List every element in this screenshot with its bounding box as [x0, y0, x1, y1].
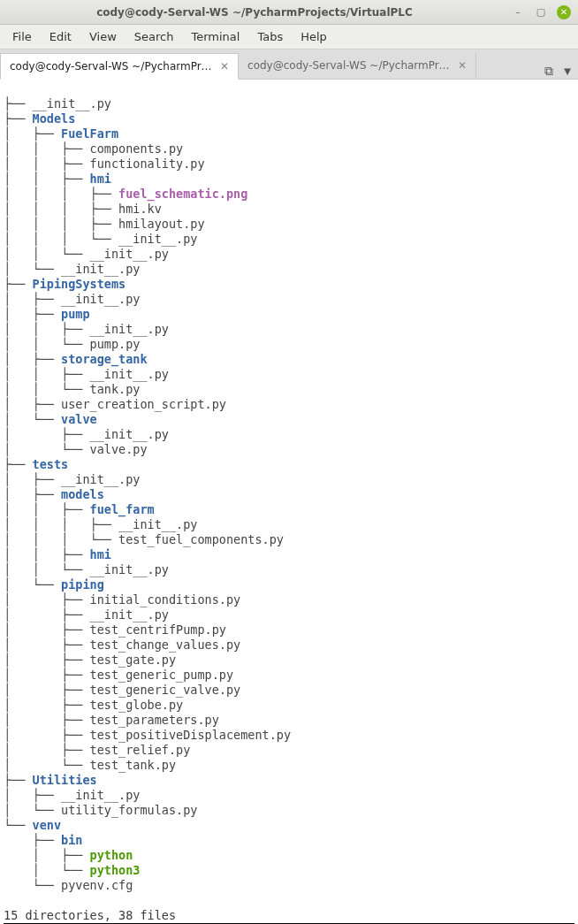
file-fuel-schematic-png: fuel_schematic.png: [118, 187, 247, 201]
tree-line: │ ├── test_parameters.py: [4, 713, 219, 727]
tab-close-icon[interactable]: ✕: [220, 60, 229, 73]
tab-label: cody@cody-Serval-WS ~/PycharmProjects/..…: [247, 59, 451, 72]
menu-edit[interactable]: Edit: [41, 30, 80, 43]
tree-line: ├──: [4, 277, 33, 291]
tab-label: cody@cody-Serval-WS ~/PycharmProjects/..…: [10, 60, 213, 73]
tree-line: │ └──: [4, 577, 61, 592]
tree-line: │ └──: [4, 412, 61, 426]
dir-bin: bin: [61, 833, 82, 847]
tree-line: ├──: [4, 833, 61, 847]
tree-line: │ │ │ ├── hmilayout.py: [4, 217, 205, 231]
tree-line: │ │ │ ├──: [4, 187, 118, 201]
tree-line: │ │ ├── functionality.py: [4, 157, 205, 171]
tree-line: │ ├── user_creation_script.py: [4, 397, 226, 411]
tab-close-icon[interactable]: ✕: [458, 59, 467, 72]
menu-terminal[interactable]: Terminal: [182, 30, 248, 43]
tree-line: │ ├──: [4, 307, 61, 321]
tree-line: │ │ ├── __init__.py: [4, 367, 169, 381]
tree-line: │ │ └── __init__.py: [4, 247, 169, 261]
dir-piping: piping: [61, 577, 104, 592]
tree-line: │ │ └── tank.py: [4, 382, 140, 396]
tree-line: │ │ │ └── test_fuel_components.py: [4, 532, 284, 546]
dir-storage-tank: storage_tank: [61, 352, 148, 366]
tree-line: │ ├── test_gate.py: [4, 653, 176, 667]
tree-line: │ ├──: [4, 487, 61, 501]
tree-line: │ │ │ ├── hmi.kv: [4, 202, 162, 216]
new-tab-icon[interactable]: ⧉: [544, 64, 553, 79]
tree-line: │ │ └── __init__.py: [4, 562, 169, 577]
tree-summary: 15 directories, 38 files: [4, 908, 176, 922]
tree-line: │ └── utility_formulas.py: [4, 803, 197, 817]
tab-menu-icon[interactable]: ▼: [564, 66, 571, 76]
dir-fuelfarm: FuelFarm: [61, 126, 118, 141]
tree-line: └── pyvenv.cfg: [4, 878, 133, 892]
menu-search[interactable]: Search: [125, 30, 183, 43]
tree-line: │ ├── test_positiveDisplacement.py: [4, 728, 291, 742]
tree-line: │ ├── __init__.py: [4, 427, 169, 441]
dir-pump: pump: [61, 307, 90, 321]
dir-tests-models: models: [61, 487, 104, 501]
dir-models: Models: [33, 111, 76, 126]
exe-python: python: [90, 848, 133, 862]
dir-tests: tests: [33, 457, 69, 471]
tree-line: │ │ ├── components.py: [4, 141, 183, 156]
tree-line: │ │ ├──: [4, 502, 90, 516]
tree-line: │ ├── test_globe.py: [4, 698, 183, 712]
minimize-button[interactable]: –: [511, 5, 525, 19]
tree-line: │ ├──: [4, 352, 61, 366]
tree-line: │ │ ├──: [4, 547, 90, 561]
tree-line: │ │ │ ├── __init__.py: [4, 517, 197, 531]
tree-line: │ └──: [4, 863, 90, 877]
tree-line: │ │ │ └── __init__.py: [4, 232, 197, 246]
dir-venv: venv: [33, 818, 62, 832]
tree-line: │ ├── __init__.py: [4, 607, 169, 622]
terminal-tab-0[interactable]: cody@cody-Serval-WS ~/PycharmProjects/..…: [0, 53, 239, 80]
dir-valve: valve: [61, 412, 97, 426]
tree-line: │ │ └── pump.py: [4, 337, 140, 351]
close-button[interactable]: ✕: [557, 5, 571, 19]
tree-line: │ ├── initial_conditions.py: [4, 592, 240, 607]
terminal-tab-1[interactable]: cody@cody-Serval-WS ~/PycharmProjects/..…: [239, 52, 476, 79]
tree-line: │ └── __init__.py: [4, 262, 140, 276]
tree-line: │ ├── __init__.py: [4, 788, 140, 802]
tree-line: │ ├──: [4, 126, 61, 141]
dir-tests-hmi: hmi: [90, 547, 111, 561]
menu-help[interactable]: Help: [292, 30, 336, 43]
tree-line: │ ├── test_generic_pump.py: [4, 668, 233, 682]
tree-line: │ │ ├──: [4, 172, 90, 186]
tree-line: │ ├── __init__.py: [4, 292, 140, 306]
tree-line: ├── __init__.py: [4, 96, 111, 111]
tree-line: │ ├── test_generic_valve.py: [4, 683, 240, 697]
maximize-button[interactable]: ▢: [534, 5, 548, 19]
tree-line: │ └── test_tank.py: [4, 758, 176, 772]
terminal-output[interactable]: ├── __init__.py ├── Models │ ├── FuelFar…: [0, 80, 578, 924]
tree-line: │ ├── __init__.py: [4, 472, 140, 486]
window-title: cody@cody-Serval-WS ~/PycharmProjects/Vi…: [7, 6, 502, 19]
tab-bar: cody@cody-Serval-WS ~/PycharmProjects/..…: [0, 50, 578, 80]
dir-fuel-farm: fuel_farm: [90, 502, 155, 516]
tree-line: ├──: [4, 111, 33, 126]
dir-utilities: Utilities: [33, 773, 97, 787]
tree-line: │ │ ├── __init__.py: [4, 322, 169, 336]
titlebar: cody@cody-Serval-WS ~/PycharmProjects/Vi…: [0, 0, 578, 25]
tree-line: ├──: [4, 773, 33, 787]
exe-python3: python3: [90, 863, 141, 877]
menu-view[interactable]: View: [80, 30, 125, 43]
tree-line: │ ├── test_relief.py: [4, 743, 190, 757]
dir-pipingsystems: PipingSystems: [33, 277, 126, 291]
menu-tabs[interactable]: Tabs: [248, 30, 292, 43]
tree-line: └──: [4, 818, 33, 832]
tree-line: │ ├── test_change_values.py: [4, 638, 240, 652]
tree-line: │ ├── test_centrifPump.py: [4, 622, 226, 637]
dir-hmi: hmi: [90, 172, 111, 186]
menu-bar: File Edit View Search Terminal Tabs Help: [0, 25, 578, 50]
tree-line: │ ├──: [4, 848, 90, 862]
tree-line: ├──: [4, 457, 33, 471]
tree-line: │ └── valve.py: [4, 442, 148, 456]
menu-file[interactable]: File: [4, 30, 41, 43]
